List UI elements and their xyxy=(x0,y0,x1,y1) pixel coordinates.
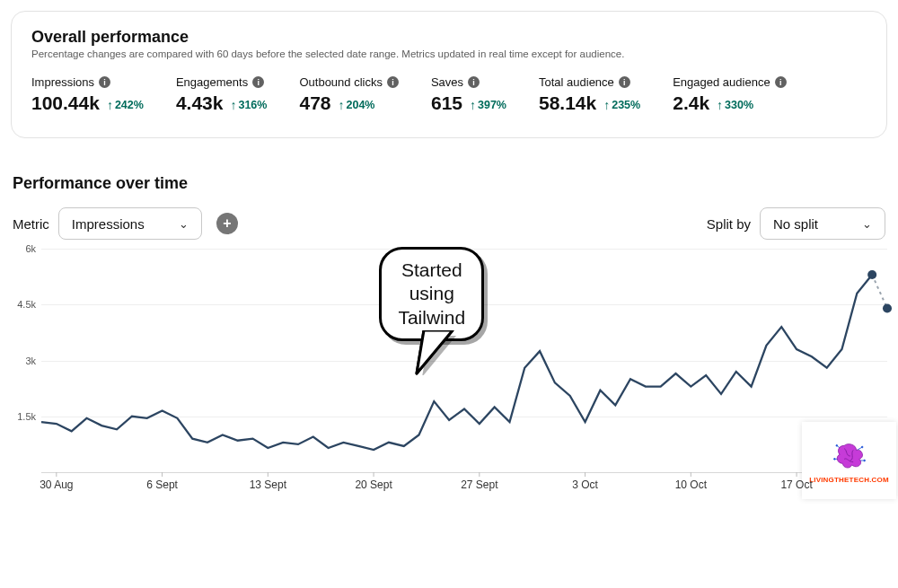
metric-label: Outbound clicks xyxy=(299,75,383,89)
info-icon[interactable]: i xyxy=(99,76,110,88)
y-tick-label: 3k xyxy=(25,355,36,366)
metric-select-value: Impressions xyxy=(72,216,145,232)
data-point-marker xyxy=(883,303,892,312)
arrow-up-icon: ↑ xyxy=(603,99,610,111)
metric-card[interactable]: Outbound clicks i 478 ↑ 204% xyxy=(299,75,399,114)
x-tick-label: 27 Sept xyxy=(461,478,497,491)
x-tick-label: 17 Oct xyxy=(780,478,812,491)
svg-marker-10 xyxy=(417,330,453,373)
x-tick-label: 3 Oct xyxy=(572,478,598,491)
metric-change: ↑ 204% xyxy=(339,99,375,111)
y-axis-ticks: 1.5k3k4.5k6k xyxy=(11,249,38,472)
overall-performance-card: Overall performance Percentage changes a… xyxy=(11,11,887,138)
split-select-label: Split by xyxy=(707,216,751,232)
metric-value: 478 xyxy=(299,92,330,114)
chevron-down-icon: ⌄ xyxy=(179,217,189,231)
y-tick-label: 4.5k xyxy=(17,299,36,310)
metric-label: Engaged audience xyxy=(673,75,770,89)
info-icon[interactable]: i xyxy=(252,76,264,88)
x-tick-label: 13 Sept xyxy=(250,478,286,491)
metric-card[interactable]: Impressions i 100.44k ↑ 242% xyxy=(31,75,144,114)
card-title: Overall performance xyxy=(31,28,867,47)
metric-card[interactable]: Total audience i 58.14k ↑ 235% xyxy=(539,75,640,114)
metric-value: 2.4k xyxy=(673,92,709,114)
metric-change: ↑ 330% xyxy=(717,99,753,111)
metric-change: ↑ 316% xyxy=(230,99,267,111)
chart-section-title: Performance over time xyxy=(13,174,887,193)
plot: 1.5k3k4.5k6k Started using Tailwind xyxy=(41,249,887,473)
metric-value: 615 xyxy=(431,92,462,114)
x-tick-label: 20 Sept xyxy=(355,478,392,491)
metric-label: Engagements xyxy=(176,75,248,89)
x-tick-label: 6 Sept xyxy=(146,478,178,491)
annotation-bubble: Started using Tailwind xyxy=(379,247,484,341)
data-point-marker xyxy=(867,270,876,279)
annotation-callout: Started using Tailwind xyxy=(379,247,484,341)
x-tick-label: 30 Aug xyxy=(40,478,73,491)
chart-controls: Metric Impressions ⌄ + Split by No split… xyxy=(11,207,887,240)
info-icon[interactable]: i xyxy=(775,76,787,88)
split-select-value: No split xyxy=(773,216,818,232)
brain-icon xyxy=(831,438,868,474)
y-tick-label: 1.5k xyxy=(17,411,36,422)
add-metric-button[interactable]: + xyxy=(216,213,238,234)
annotation-tail xyxy=(415,330,469,375)
metric-value: 100.44k xyxy=(31,92,100,114)
y-tick-label: 6k xyxy=(25,243,36,254)
x-axis-ticks: 30 Aug6 Sept13 Sept20 Sept27 Sept3 Oct10… xyxy=(41,478,887,498)
info-icon[interactable]: i xyxy=(468,76,480,88)
x-tick-label: 10 Oct xyxy=(675,478,707,491)
metric-change: ↑ 235% xyxy=(603,99,640,111)
metric-label: Total audience xyxy=(539,75,614,89)
metric-card[interactable]: Engagements i 4.43k ↑ 316% xyxy=(176,75,268,114)
arrow-up-icon: ↑ xyxy=(470,99,476,111)
split-select[interactable]: No split ⌄ xyxy=(760,207,885,240)
series-line-projected xyxy=(872,275,887,308)
metric-value: 4.43k xyxy=(176,92,224,114)
metric-select[interactable]: Impressions ⌄ xyxy=(58,207,202,240)
chevron-down-icon: ⌄ xyxy=(862,217,872,231)
metrics-row: Impressions i 100.44k ↑ 242% Engagements… xyxy=(31,75,867,114)
metric-change: ↑ 397% xyxy=(470,99,506,111)
metric-label: Impressions xyxy=(31,75,94,89)
arrow-up-icon: ↑ xyxy=(107,99,113,111)
arrow-up-icon: ↑ xyxy=(339,99,345,111)
metric-card[interactable]: Engaged audience i 2.4k ↑ 330% xyxy=(673,75,786,114)
metric-change: ↑ 242% xyxy=(107,99,144,111)
metric-card[interactable]: Saves i 615 ↑ 397% xyxy=(431,75,506,114)
card-subtitle: Percentage changes are compared with 60 … xyxy=(31,48,867,59)
chart-area: 1.5k3k4.5k6k Started using Tailwind xyxy=(11,249,887,498)
arrow-up-icon: ↑ xyxy=(230,99,236,111)
info-icon[interactable]: i xyxy=(619,76,630,88)
info-icon[interactable]: i xyxy=(387,76,399,88)
metric-select-label: Metric xyxy=(13,216,49,232)
metric-value: 58.14k xyxy=(539,92,596,114)
metric-label: Saves xyxy=(431,75,463,89)
arrow-up-icon: ↑ xyxy=(717,99,723,111)
